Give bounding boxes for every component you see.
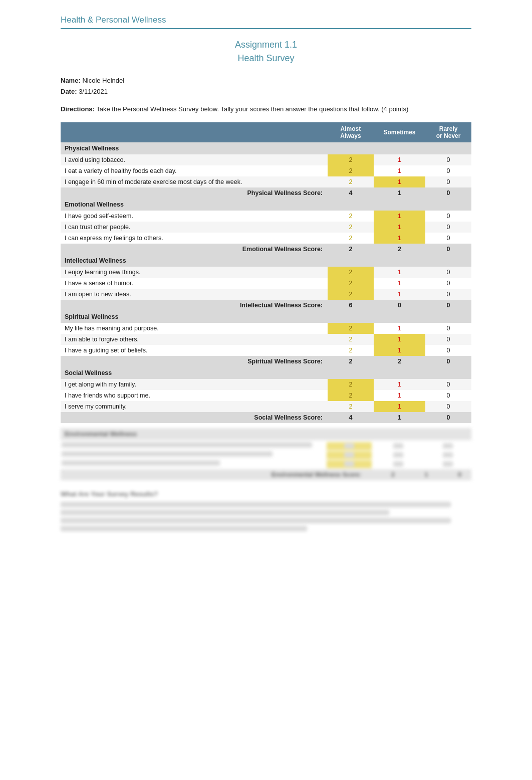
date-label: Date:: [61, 88, 77, 95]
row-sometimes-2-1: 1: [374, 278, 425, 289]
row-almost-4-1: 2: [328, 390, 374, 401]
col-header-rarely: Rarelyor Never: [425, 122, 471, 142]
row-text-0-0: I avoid using tobacco.: [61, 154, 328, 165]
section-header-3: Spiritual Wellness: [61, 311, 471, 323]
row-almost-1-2: 2: [328, 233, 374, 244]
col-header-sometimes: Sometimes: [374, 122, 425, 142]
row-almost-1-0: 2: [328, 211, 374, 222]
row-sometimes-1-0: 1: [374, 211, 425, 222]
row-sometimes-1-1: 1: [374, 222, 425, 233]
row-text-4-2: I serve my community.: [61, 401, 328, 412]
answer-line-4: [61, 526, 307, 531]
directions-text: Take the Personal Wellness Survey below.…: [96, 105, 408, 113]
blurred-text-3: [62, 460, 220, 466]
score-rarely-3: 0: [425, 356, 471, 367]
row-text-0-1: I eat a variety of healthy foods each da…: [61, 165, 328, 176]
row-almost-2-0: 2: [328, 267, 374, 278]
blurred-text-2: [62, 451, 273, 457]
answer-line-1: [61, 502, 451, 507]
row-rarely-3-1: 0: [425, 334, 471, 345]
row-almost-3-0: 2: [328, 323, 374, 334]
row-sometimes-3-0: 1: [374, 323, 425, 334]
row-text-4-0: I get along with my family.: [61, 379, 328, 390]
blurred-val-3: [443, 443, 453, 449]
row-sometimes-0-0: 1: [374, 154, 425, 165]
score-row-4: Social Wellness Score: 4 1 0: [61, 412, 471, 423]
score-row-3: Spiritual Wellness Score: 2 2 0: [61, 356, 471, 367]
score-sometimes-2: 0: [374, 300, 425, 311]
table-header-row: AlmostAlways Sometimes Rarelyor Never: [61, 122, 471, 142]
header-bar: Health & Personal Wellness: [61, 15, 471, 29]
row-rarely-3-2: 0: [425, 345, 471, 356]
row-almost-4-2: 2: [328, 401, 374, 412]
date-line: Date: 3/11/2021: [61, 86, 471, 97]
table-row-2-0: I enjoy learning new things. 2 1 0: [61, 267, 471, 278]
blurred-score-row: Environmental Wellness Score: 2 1 0: [61, 469, 471, 480]
score-label-0: Physical Wellness Score:: [61, 187, 328, 199]
section-name-0: Physical Wellness: [61, 142, 471, 154]
section-header-1: Emotional Wellness: [61, 199, 471, 211]
header-title: Health & Personal Wellness: [61, 15, 166, 25]
col-header-item: [61, 122, 328, 142]
row-sometimes-1-2: 1: [374, 233, 425, 244]
score-label-2: Intellectual Wellness Score:: [61, 300, 328, 311]
section-header-2: Intellectual Wellness: [61, 255, 471, 267]
directions-block: Directions: Take the Personal Wellness S…: [61, 104, 471, 114]
blurred-score-almost: 2: [391, 471, 395, 478]
table-row-0-1: I eat a variety of healthy foods each da…: [61, 165, 471, 176]
answer-text-block: [61, 502, 471, 531]
score-row-0: Physical Wellness Score: 4 1 0: [61, 187, 471, 199]
blurred-row-2: [62, 451, 470, 459]
name-value: Nicole Heindel: [82, 77, 124, 84]
table-row-1-1: I can trust other people. 2 1 0: [61, 222, 471, 233]
row-rarely-0-2: 0: [425, 176, 471, 187]
row-text-2-2: I am open to new ideas.: [61, 289, 328, 300]
score-almost-4: 4: [328, 412, 374, 423]
section-name-3: Spiritual Wellness: [61, 311, 471, 323]
answer-line-3: [61, 518, 451, 523]
row-sometimes-4-0: 1: [374, 379, 425, 390]
section-header-4: Social Wellness: [61, 367, 471, 379]
row-text-1-1: I can trust other people.: [61, 222, 328, 233]
table-row-2-1: I have a sense of humor. 2 1 0: [61, 278, 471, 289]
page-container: Health & Personal Wellness Assignment 1.…: [51, 0, 481, 564]
score-label-1: Emotional Wellness Score:: [61, 244, 328, 255]
row-text-4-1: I have friends who support me.: [61, 390, 328, 401]
score-label-4: Social Wellness Score:: [61, 412, 328, 423]
table-row-0-2: I engage in 60 min of moderate exercise …: [61, 176, 471, 187]
blurred-val-6: [443, 452, 453, 458]
row-rarely-0-1: 0: [425, 165, 471, 176]
blurred-row-1: [62, 442, 470, 450]
score-rarely-2: 0: [425, 300, 471, 311]
row-text-1-0: I have good self-esteem.: [61, 211, 328, 222]
row-almost-0-1: 2: [328, 165, 374, 176]
blurred-val-8: [393, 461, 403, 467]
row-almost-0-0: 2: [328, 154, 374, 165]
score-rarely-1: 0: [425, 244, 471, 255]
score-rarely-4: 0: [425, 412, 471, 423]
table-row-1-0: I have good self-esteem. 2 1 0: [61, 211, 471, 222]
row-rarely-2-0: 0: [425, 267, 471, 278]
directions-label: Directions:: [61, 105, 95, 113]
score-almost-0: 4: [328, 187, 374, 199]
assignment-title: Assignment 1.1 Health Survey: [61, 38, 471, 65]
score-row-2: Intellectual Wellness Score: 6 0 0: [61, 300, 471, 311]
answer-section: What Are Your Survey Results?: [61, 490, 471, 531]
name-label: Name:: [61, 77, 81, 84]
environmental-wellness-header: Environmental Wellness: [61, 428, 471, 440]
row-text-3-2: I have a guiding set of beliefs.: [61, 345, 328, 356]
row-almost-0-2: 2: [328, 176, 374, 187]
name-line: Name: Nicole Heindel: [61, 75, 471, 86]
row-text-2-1: I have a sense of humor.: [61, 278, 328, 289]
row-rarely-0-0: 0: [425, 154, 471, 165]
blurred-val-5: [393, 452, 403, 458]
date-value: 3/11/2021: [79, 88, 108, 95]
blurred-val-7: [344, 461, 354, 467]
table-row-2-2: I am open to new ideas. 2 1 0: [61, 289, 471, 300]
row-rarely-4-1: 0: [425, 390, 471, 401]
row-sometimes-3-1: 1: [374, 334, 425, 345]
assignment-title-line2: Health Survey: [61, 52, 471, 65]
row-almost-2-2: 2: [328, 289, 374, 300]
name-date-block: Name: Nicole Heindel Date: 3/11/2021: [61, 75, 471, 97]
table-row-4-0: I get along with my family. 2 1 0: [61, 379, 471, 390]
